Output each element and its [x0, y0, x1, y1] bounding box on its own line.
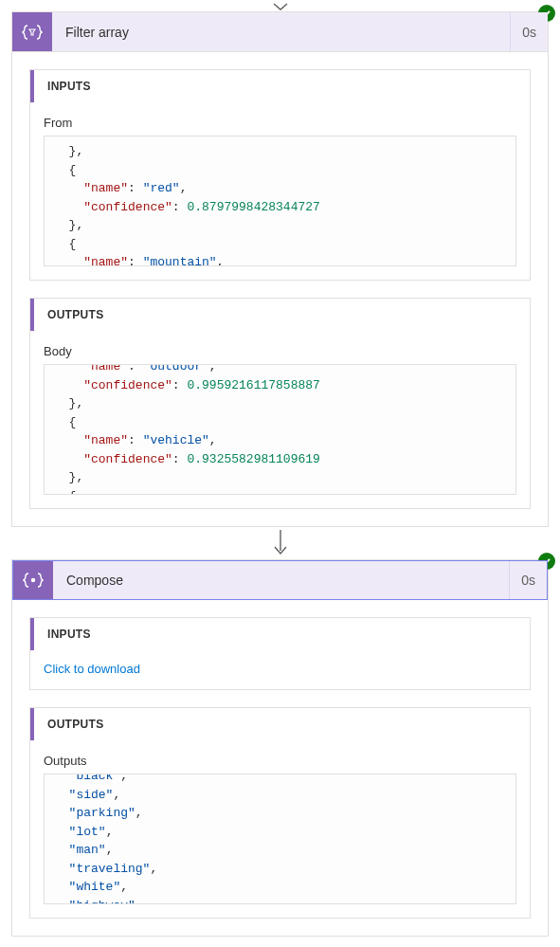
inputs-section: INPUTS From }, { "name": "red", "confide…: [29, 69, 531, 281]
json-code-outputs[interactable]: "black", "side", "parking", "lot", "man"…: [44, 774, 516, 904]
card-body: INPUTS From }, { "name": "red", "confide…: [12, 52, 548, 526]
flow-arrow-middle: [0, 527, 560, 559]
field-label-body: Body: [44, 344, 516, 358]
card-duration: 0s: [510, 12, 548, 51]
field-label-outputs: Outputs: [44, 754, 516, 768]
card-title: Filter array: [52, 12, 510, 51]
field-label-from: From: [44, 116, 516, 130]
arrow-down-icon: [272, 530, 289, 556]
filter-array-card[interactable]: Filter array 0s INPUTS From }, { "name":…: [11, 11, 549, 527]
outputs-section: OUTPUTS Body "name": "outdoor", "confide…: [29, 298, 531, 509]
arrow-down-icon: [272, 2, 289, 11]
card-header[interactable]: Filter array 0s: [12, 12, 548, 52]
filter-braces-icon: [12, 12, 52, 51]
card-title: Compose: [53, 561, 509, 599]
flow-arrow-top: [0, 0, 560, 11]
download-link[interactable]: Click to download: [44, 662, 140, 676]
compose-card[interactable]: Compose 0s INPUTS Click to download OUTP…: [11, 559, 549, 937]
svg-point-1: [31, 578, 35, 582]
json-code-from[interactable]: }, { "name": "red", "confidence": 0.8797…: [44, 136, 516, 266]
inputs-section: INPUTS Click to download: [29, 617, 531, 690]
outputs-section: OUTPUTS Outputs "black", "side", "parkin…: [29, 707, 531, 919]
card-duration: 0s: [509, 561, 547, 599]
card-body: INPUTS Click to download OUTPUTS Outputs…: [12, 600, 548, 936]
section-header-inputs: INPUTS: [30, 70, 530, 102]
compose-braces-icon: [13, 561, 53, 599]
section-header-inputs: INPUTS: [30, 618, 530, 650]
section-header-outputs: OUTPUTS: [30, 708, 530, 740]
json-code-body[interactable]: "name": "outdoor", "confidence": 0.99592…: [44, 364, 516, 495]
card-header[interactable]: Compose 0s: [12, 560, 548, 600]
section-header-outputs: OUTPUTS: [30, 299, 530, 331]
